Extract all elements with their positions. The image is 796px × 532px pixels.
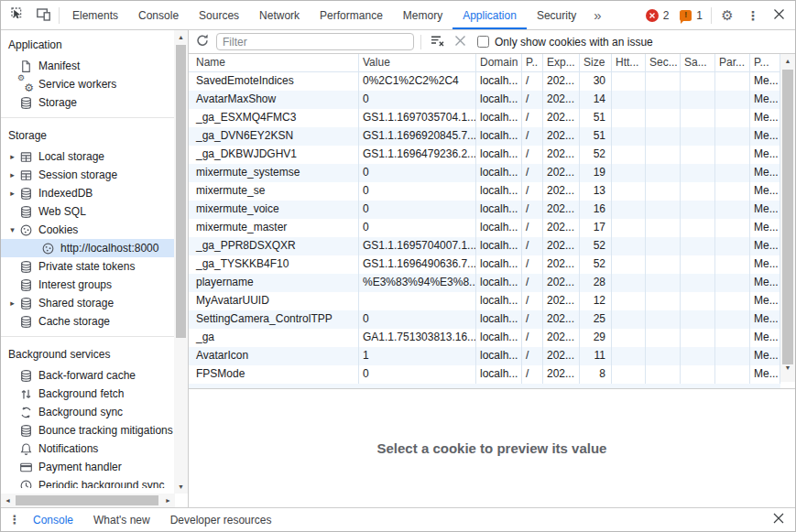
table-row[interactable]: _ga_PPR8DSXQXRGS1.1.1695704007.1...local… (189, 237, 780, 255)
table-row[interactable]: mixermute_voice0localh.../202...16Me... (189, 201, 780, 219)
column-header-htt[interactable]: Htt... (612, 54, 646, 71)
table-row[interactable]: mixermute_se0localh.../202...13Me... (189, 182, 780, 201)
scroll-up-arrow-icon[interactable]: ▲ (780, 54, 795, 68)
table-scrollbar-thumb[interactable] (782, 70, 793, 364)
sidebar-vertical-scrollbar[interactable]: ▲ ▼ (174, 30, 188, 494)
table-row[interactable]: _ga_TYSKKB4F10GS1.1.1696490636.7...local… (189, 255, 780, 274)
column-header-sa[interactable]: Sa... (681, 54, 715, 71)
cell-size: 11 (580, 347, 612, 365)
main-menu-button[interactable]: ⋮ (740, 9, 766, 22)
cell-domain: localh... (476, 72, 522, 91)
chevron-open-icon[interactable]: ▾ (6, 225, 18, 234)
scroll-down-arrow-icon[interactable]: ▼ (174, 480, 188, 494)
table-row[interactable]: playername%E3%83%94%E3%8...localh.../202… (189, 274, 780, 292)
table-row[interactable]: FPSMode0localh.../202...8Me... (189, 365, 780, 384)
cell-name: mixermute_voice (189, 201, 359, 219)
only-issues-label[interactable]: Only show cookies with an issue (495, 36, 653, 49)
column-header-size[interactable]: Size (580, 54, 612, 71)
table-row[interactable]: mixermute_systemse0localh.../202...19Me.… (189, 164, 780, 182)
delete-selected-button[interactable] (451, 33, 469, 51)
sidebar-item-back-forward-cache[interactable]: Back-forward cache (1, 366, 174, 385)
tab-sources[interactable]: Sources (189, 1, 249, 29)
settings-button[interactable]: ⚙ (714, 8, 740, 22)
sidebar-item-bounce-tracking-mitigations[interactable]: Bounce tracking mitigations (1, 421, 174, 440)
issue-count-badge[interactable]: ! 1 (674, 9, 708, 22)
chevron-closed-icon[interactable]: ▸ (6, 152, 18, 161)
sidebar-item-payment-handler[interactable]: Payment handler (1, 458, 174, 476)
sidebar-item-cache-storage[interactable]: Cache storage (1, 312, 174, 331)
table-row[interactable]: SettingCamera_ControlTPP0localh.../202..… (189, 310, 780, 329)
sidebar-item-interest-groups[interactable]: Interest groups (1, 276, 174, 294)
cell-path: / (522, 127, 543, 146)
table-row[interactable]: _ga_ESXMQ4FMC3GS1.1.1697035704.1....loca… (189, 109, 780, 127)
drawer-menu-button[interactable]: ⋮ (6, 513, 23, 527)
column-header-exp[interactable]: Exp... (543, 54, 580, 71)
tab-network[interactable]: Network (249, 1, 310, 29)
sidebar-item-shared-storage[interactable]: ▸Shared storage (1, 294, 174, 312)
sidebar-item-storage[interactable]: Storage (1, 93, 174, 112)
sidebar-item-indexeddb[interactable]: ▸IndexedDB (1, 184, 174, 202)
sidebar-item-private-state-tokens[interactable]: Private state tokens (1, 257, 174, 276)
tab-memory[interactable]: Memory (393, 1, 453, 29)
table-row[interactable]: _ga_DVN6EY2KSNGS1.1.1696920845.7....loca… (189, 127, 780, 146)
drawer-tab-what-s-new[interactable]: What's new (83, 514, 160, 527)
sidebar-item-manifest[interactable]: Manifest (1, 57, 174, 75)
table-row[interactable]: _ga_DKBWJDGHV1GS1.1.1696479236.2...local… (189, 146, 780, 164)
sidebar-item-label: Periodic background sync (38, 479, 164, 488)
sidebar-item-notifications[interactable]: Notifications (1, 440, 174, 458)
sidebar-scrollbar-thumb[interactable] (176, 45, 186, 338)
sidebar-item-background-fetch[interactable]: Background fetch (1, 385, 174, 403)
scroll-down-arrow-icon[interactable]: ▼ (780, 361, 795, 375)
table-row[interactable]: AvatarMaxShow0localh.../202...14Me... (189, 91, 780, 109)
clear-all-cookies-button[interactable] (428, 33, 446, 51)
close-devtools-button[interactable] (766, 8, 791, 23)
inspect-element-button[interactable] (5, 1, 30, 29)
sidebar-item-local-storage[interactable]: ▸Local storage (1, 147, 174, 166)
column-header-sec[interactable]: Sec... (646, 54, 681, 71)
sidebar-item-periodic-background-sync[interactable]: Periodic background sync (1, 476, 174, 488)
tab-elements[interactable]: Elements (62, 1, 128, 29)
table-row[interactable]: mixermute_master0localh.../202...17Me... (189, 219, 780, 237)
error-count-badge[interactable]: 2 (640, 9, 675, 22)
scroll-up-arrow-icon[interactable]: ▲ (174, 30, 188, 44)
sidebar-item-web-sql[interactable]: Web SQL (1, 202, 174, 221)
chevron-closed-icon[interactable]: ▸ (6, 299, 18, 308)
scroll-left-arrow-icon[interactable]: ◄ (1, 494, 15, 507)
column-header-par[interactable]: Par... (715, 54, 750, 71)
drawer-tab-console[interactable]: Console (23, 514, 83, 527)
column-header-p[interactable]: P... (750, 54, 780, 71)
column-header-p[interactable]: P.. (522, 54, 543, 71)
chevron-closed-icon[interactable]: ▸ (6, 189, 18, 198)
tab-performance[interactable]: Performance (310, 1, 393, 29)
tab-application[interactable]: Application (453, 1, 527, 29)
sidebar-item-http-localhost-8000[interactable]: http://localhost:8000 (1, 239, 174, 257)
table-row[interactable]: SavedEmoteIndices0%2C1%2C2%2C4localh.../… (189, 72, 780, 91)
table-overflow-stripe (189, 384, 780, 388)
column-header-domain[interactable]: Domain (476, 54, 522, 71)
sidebar-item-background-sync[interactable]: Background sync (1, 403, 174, 421)
drawer-tab-developer-resources[interactable]: Developer resources (160, 514, 282, 527)
tab-console[interactable]: Console (128, 1, 189, 29)
cell-httponly (612, 127, 646, 146)
cookies-table: NameValueDomainP..Exp...SizeHtt...Sec...… (189, 54, 795, 388)
refresh-button[interactable] (193, 33, 212, 51)
filter-input[interactable] (216, 33, 414, 50)
device-toolbar-button[interactable] (30, 1, 56, 29)
sidebar-item-cookies[interactable]: ▾Cookies (1, 221, 174, 239)
column-header-name[interactable]: Name (189, 54, 359, 71)
sidebar-item-service-workers[interactable]: ⚙⚙Service workers (1, 75, 174, 93)
close-drawer-button[interactable] (768, 513, 790, 527)
chevron-closed-icon[interactable]: ▸ (6, 170, 18, 179)
column-header-value[interactable]: Value (359, 54, 476, 71)
more-tabs-button[interactable]: » (586, 1, 608, 29)
tab-security[interactable]: Security (527, 1, 586, 29)
table-row[interactable]: _gaGA1.1.751303813.16...localh.../202...… (189, 329, 780, 347)
scroll-right-arrow-icon[interactable]: ► (161, 494, 175, 507)
table-row[interactable]: AvatarIcon1localh.../202...11Me... (189, 347, 780, 365)
only-issues-checkbox[interactable] (477, 36, 489, 48)
table-row[interactable]: MyAvatarUUIDlocalh.../202...12Me... (189, 292, 780, 310)
table-vertical-scrollbar[interactable]: ▲ ▼ (780, 54, 795, 382)
sidebar-hscrollbar-thumb[interactable] (16, 495, 158, 505)
sidebar-item-session-storage[interactable]: ▸Session storage (1, 166, 174, 184)
sidebar-horizontal-scrollbar[interactable]: ◄ ► (1, 494, 175, 507)
